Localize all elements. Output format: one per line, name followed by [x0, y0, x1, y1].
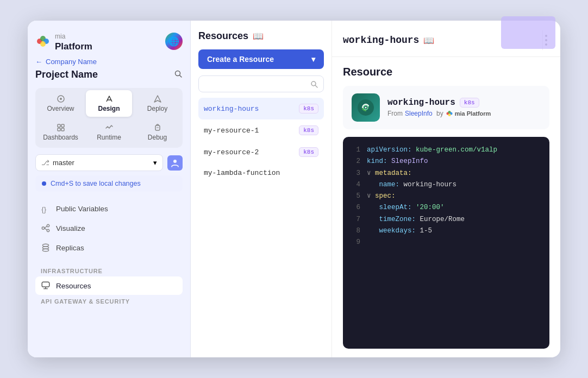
resource-logo — [352, 93, 380, 122]
resource-name: my-resource-2 — [204, 148, 259, 156]
resource-name: working-hours — [204, 105, 259, 113]
nav-grid: Overview Design Deploy Dashboards Runtim… — [35, 88, 183, 148]
list-item[interactable]: working-hours k8s — [198, 98, 324, 119]
menu-public-variables[interactable]: {} Public Variables — [35, 199, 183, 218]
user-avatar[interactable] — [167, 155, 183, 171]
sidebar: mia Platform 🌐 ← Company Name Project Na… — [28, 21, 191, 357]
svg-rect-11 — [58, 128, 60, 131]
overview-icon — [57, 94, 65, 103]
dashboards-label: Dashboards — [43, 134, 78, 141]
variables-icon: {} — [41, 204, 51, 213]
svg-text:{}: {} — [41, 205, 47, 213]
nav-debug[interactable]: Debug — [134, 119, 180, 146]
visualize-icon — [41, 223, 51, 233]
mia-platform-label: mia Platform — [455, 110, 491, 117]
sidebar-menu: {} Public Variables Visualize Replicas — [35, 199, 183, 257]
code-line: 6 sleepAt: '20:00' — [352, 202, 541, 213]
debug-label: Debug — [148, 134, 167, 141]
docs-icon-right[interactable]: 📖 — [423, 35, 434, 46]
resource-name-row: working-hours k8s — [387, 98, 541, 108]
panel-title: Resources — [198, 30, 248, 42]
svg-point-32 — [365, 107, 367, 109]
svg-line-21 — [45, 228, 47, 230]
svg-point-17 — [42, 227, 45, 230]
create-button-label: Create a Resource — [207, 55, 274, 64]
company-nav[interactable]: ← Company Name — [35, 58, 183, 66]
project-search-button[interactable] — [174, 70, 183, 80]
resource-name: my-resource-1 — [204, 127, 259, 135]
svg-rect-10 — [61, 124, 64, 127]
nav-design[interactable]: Design — [86, 90, 132, 117]
code-line: 3 ∨ metadata: — [352, 168, 541, 179]
nav-overview[interactable]: Overview — [37, 90, 84, 117]
code-line: 8 weekdays: 1-5 — [352, 225, 541, 237]
public-variables-label: Public Variables — [56, 205, 108, 213]
list-item[interactable]: my-lambda-function — [198, 163, 324, 183]
back-arrow-icon: ← — [35, 58, 42, 66]
list-item[interactable]: my-resource-2 k8s — [198, 141, 324, 163]
code-line: 4 name: working-hours — [352, 179, 541, 191]
create-resource-button[interactable]: Create a Resource ▾ — [198, 49, 324, 69]
code-block: 1 apiVersion: kube-green.com/v1alp 2 kin… — [343, 137, 549, 349]
code-line: 5 ∨ spec: — [352, 191, 541, 202]
resource-badge: k8s — [299, 125, 318, 135]
resource-badge: k8s — [299, 104, 318, 114]
menu-visualize[interactable]: Visualize — [35, 219, 183, 237]
nav-runtime[interactable]: Runtime — [86, 119, 132, 146]
docs-icon[interactable]: 📖 — [253, 31, 264, 41]
menu-replicas[interactable]: Replicas — [35, 238, 183, 257]
save-notice-text: Cmd+S to save local changes — [51, 180, 141, 187]
svg-point-24 — [42, 249, 48, 251]
resource-from: From SleepInfo by mia Platform — [387, 110, 541, 117]
infra-section-label: INFRASTRUCTURE — [35, 264, 183, 276]
runtime-label: Runtime — [97, 134, 121, 141]
resource-name: working-hours — [387, 98, 455, 108]
branch-selector[interactable]: ⎇ master ▾ — [35, 154, 163, 171]
sidebar-header: mia Platform 🌐 — [35, 30, 183, 52]
design-icon — [105, 94, 114, 103]
project-name: Project Name — [35, 69, 98, 80]
svg-rect-25 — [42, 282, 49, 287]
code-line: 7 timeZone: Europe/Rome — [352, 214, 541, 225]
nav-deploy[interactable]: Deploy — [134, 90, 180, 117]
search-input[interactable] — [204, 80, 307, 88]
replicas-label: Replicas — [56, 244, 84, 252]
api-section-label: API GATEWAY & SECURITY — [35, 295, 183, 307]
deploy-icon — [153, 94, 162, 103]
right-content: Resource working — [332, 57, 560, 357]
resource-badge: k8s — [299, 147, 318, 157]
avatar-icon — [170, 158, 180, 168]
nav-dashboards[interactable]: Dashboards — [37, 119, 84, 146]
visualize-label: Visualize — [56, 224, 85, 232]
list-item[interactable]: my-resource-1 k8s — [198, 119, 324, 141]
svg-line-5 — [180, 75, 182, 77]
mia-logo-icon — [446, 110, 453, 117]
resource-list: working-hours k8s my-resource-1 k8s my-r… — [198, 98, 324, 183]
code-line: 2 kind: SleepInfo — [352, 156, 541, 167]
resource-from-link[interactable]: SleepInfo — [405, 110, 433, 117]
svg-rect-9 — [58, 124, 60, 127]
deploy-label: Deploy — [147, 105, 167, 112]
resource-info: working-hours k8s From SleepInfo by — [387, 98, 541, 117]
marketplace-icon[interactable]: 🌐 — [165, 33, 183, 50]
company-name[interactable]: Company Name — [46, 58, 97, 66]
chevron-down-icon: ▾ — [311, 55, 315, 64]
branch-row: ⎇ master ▾ — [35, 154, 183, 171]
project-name-row: Project Name — [35, 69, 183, 80]
svg-point-15 — [173, 160, 177, 163]
svg-line-20 — [45, 226, 47, 228]
design-label: Design — [98, 105, 120, 112]
logo: mia Platform — [35, 30, 92, 52]
mia-platform-brand: mia Platform — [446, 110, 491, 117]
svg-point-7 — [60, 98, 62, 100]
replicas-icon — [41, 243, 51, 253]
runtime-icon — [105, 123, 114, 132]
search-icon — [174, 70, 183, 78]
save-notice: Cmd+S to save local changes — [35, 175, 183, 192]
resource-card: working-hours k8s From SleepInfo by — [343, 86, 549, 129]
resource-search — [198, 75, 324, 92]
resource-section-title: Resource — [343, 66, 549, 78]
save-dot-icon — [42, 181, 46, 186]
menu-resources[interactable]: Resources — [35, 276, 183, 295]
logo-text: mia Platform — [55, 30, 92, 52]
